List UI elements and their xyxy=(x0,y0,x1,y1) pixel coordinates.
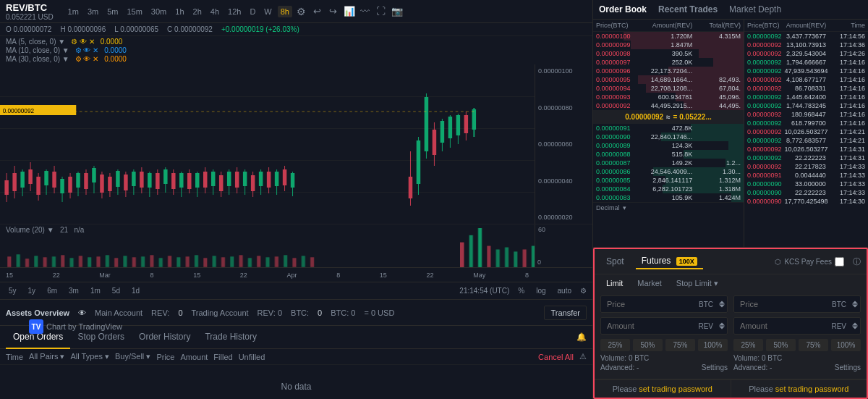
eye-icon[interactable]: 👁 xyxy=(78,308,86,317)
market-tab[interactable]: Market xyxy=(631,277,668,290)
notification-bell-icon[interactable]: 🔔 xyxy=(576,332,587,342)
svg-rect-108 xyxy=(123,256,127,267)
orders-section: Open Orders Stop Orders Order History Tr… xyxy=(0,325,592,399)
buy-row-6[interactable]: 0.00000086 24,546.4009... 1.30... xyxy=(593,167,744,176)
svg-rect-117 xyxy=(203,258,207,267)
recent-trades-title[interactable]: Recent Trades xyxy=(652,0,723,19)
types-filter[interactable]: All Types ▾ xyxy=(70,352,109,361)
sell-row-2[interactable]: 0.00000099 1.847M xyxy=(593,41,744,49)
svg-rect-131 xyxy=(469,235,473,267)
buy-amount-currency: REV xyxy=(698,322,713,330)
buy-row-5[interactable]: 0.00000087 149.2K 1.2... xyxy=(593,159,744,167)
ma30-indicator-icons[interactable]: ⚙ 👁 ✕ xyxy=(75,55,99,63)
tf-12h[interactable]: 12h xyxy=(225,6,244,17)
sell-row-8[interactable]: 0.00000093 600.934781 45,096. xyxy=(593,93,744,101)
tf-1h[interactable]: 1h xyxy=(172,6,187,17)
sell-row-7[interactable]: 0.00000094 22,708.1208... 67,804. xyxy=(593,84,744,93)
buy-row-4[interactable]: 0.00000088 515.8K xyxy=(593,150,744,159)
buy-row-8[interactable]: 0.00000084 6,282.101723 1.318M xyxy=(593,185,744,193)
tf-5y[interactable]: 5y xyxy=(6,286,20,295)
chart-settings-gear[interactable]: ⚙ xyxy=(580,287,587,295)
limit-tab[interactable]: Limit xyxy=(600,277,629,290)
tab-order-history[interactable]: Order History xyxy=(132,326,197,349)
undo-icon[interactable]: ↩ xyxy=(311,5,324,18)
tf-5d[interactable]: 5d xyxy=(109,286,123,295)
buy-row-2[interactable]: 0.00000090 22,840.1746... xyxy=(593,133,744,141)
pairs-filter[interactable]: All Pairs ▾ xyxy=(29,352,64,361)
settings-icon[interactable]: ⚙ xyxy=(295,5,308,18)
ma5-indicator-icons[interactable]: ⚙ 👁 ✕ xyxy=(71,38,95,46)
sell-row-3[interactable]: 0.00000098 390.5K xyxy=(593,49,744,58)
tf-1m[interactable]: 1m xyxy=(65,6,82,17)
rt-row-15: 0.00000092 22.222223 17:14:31 xyxy=(744,154,868,162)
auto-btn[interactable]: auto xyxy=(555,286,574,295)
redo-icon[interactable]: ↪ xyxy=(327,5,340,18)
tf-d[interactable]: D xyxy=(247,6,258,17)
buy-amount-up[interactable] xyxy=(719,323,725,326)
tf-3m-bottom[interactable]: 3m xyxy=(66,286,82,295)
chart-type-icon[interactable]: 📊 xyxy=(343,5,356,18)
fullscreen-icon[interactable]: ⛶ xyxy=(375,5,388,18)
transfer-button[interactable]: Transfer xyxy=(544,306,587,320)
sell-price-up[interactable] xyxy=(852,301,858,304)
buy-amount-down[interactable] xyxy=(719,327,725,329)
sell-50-pct[interactable]: 50% xyxy=(766,339,796,351)
tf-5m[interactable]: 5m xyxy=(104,6,121,17)
sell-price-down[interactable] xyxy=(852,305,858,308)
buy-25-pct[interactable]: 25% xyxy=(600,339,630,351)
svg-rect-15 xyxy=(60,179,64,193)
buy-price-down[interactable] xyxy=(719,305,725,308)
tf-6m[interactable]: 6m xyxy=(44,286,60,295)
tf-30m[interactable]: 30m xyxy=(148,6,169,17)
buy-row-9[interactable]: 0.00000083 105.9K 1.424M xyxy=(593,193,744,202)
tf-3m[interactable]: 3m xyxy=(85,6,101,17)
stop-limit-tab[interactable]: Stop Limit ▾ xyxy=(671,277,724,290)
tf-15m[interactable]: 15m xyxy=(124,6,145,17)
sell-set-password-link[interactable]: set trading password xyxy=(775,385,849,393)
buy-75-pct[interactable]: 75% xyxy=(665,339,695,351)
sell-25-pct[interactable]: 25% xyxy=(733,339,763,351)
cancel-all-button[interactable]: Cancel All xyxy=(538,353,574,361)
buy-row-1[interactable]: 0.00000091 472.8K xyxy=(593,124,744,133)
sell-amount-down[interactable] xyxy=(852,327,858,329)
tf-8h[interactable]: 8h xyxy=(278,6,292,17)
trading-form-settings[interactable]: ⓘ xyxy=(853,256,861,267)
svg-rect-101 xyxy=(61,255,64,267)
sell-row-9[interactable]: 0.00000092 44,495.2915... 44,495. xyxy=(593,101,744,110)
kcs-fees-checkbox[interactable] xyxy=(835,257,844,266)
buy-row-3[interactable]: 0.00000089 124.3K xyxy=(593,141,744,150)
sell-row-1[interactable]: 0.00000100 1.720M 4.315M xyxy=(593,32,744,41)
sell-75-pct[interactable]: 75% xyxy=(799,339,828,351)
sell-100-pct[interactable]: 100% xyxy=(831,339,861,351)
tf-1d[interactable]: 1d xyxy=(129,286,142,295)
tf-2h[interactable]: 2h xyxy=(190,6,205,17)
market-depth-title[interactable]: Market Depth xyxy=(723,0,787,19)
futures-tab[interactable]: Futures 100X xyxy=(636,253,703,269)
tf-w[interactable]: W xyxy=(261,6,274,17)
tf-4h[interactable]: 4h xyxy=(208,6,222,17)
svg-rect-69 xyxy=(275,172,278,186)
decimal-selector[interactable]: Decimal ▾ xyxy=(593,202,744,213)
log-btn[interactable]: log xyxy=(533,286,548,295)
sell-amount-up[interactable] xyxy=(852,323,858,326)
decimal-icon[interactable]: ▾ xyxy=(623,204,626,211)
buy-50-pct[interactable]: 50% xyxy=(633,339,663,351)
sell-row-5[interactable]: 0.00000096 22,173.7204... xyxy=(593,67,744,75)
buy-100-pct[interactable]: 100% xyxy=(698,339,728,351)
indicator-icon[interactable]: 〰 xyxy=(359,5,372,18)
spot-tab[interactable]: Spot xyxy=(600,254,630,269)
buy-settings-link[interactable]: Settings xyxy=(702,364,728,371)
camera-icon[interactable]: 📷 xyxy=(391,5,404,18)
tf-1m-bottom[interactable]: 1m xyxy=(88,286,103,295)
ma10-indicator-icons[interactable]: ⚙ 👁 ✕ xyxy=(75,46,99,54)
percent-btn[interactable]: % xyxy=(515,286,527,295)
sell-settings-link[interactable]: Settings xyxy=(835,364,861,371)
sell-row-4[interactable]: 0.00000097 252.0K xyxy=(593,58,744,67)
buy-row-7[interactable]: 0.00000085 2,846.141117 1.312M xyxy=(593,176,744,185)
tf-1y[interactable]: 1y xyxy=(25,286,39,295)
tab-trade-history[interactable]: Trade History xyxy=(197,326,264,349)
sell-row-6[interactable]: 0.00000095 14,689.1664... 82,493. xyxy=(593,75,744,84)
buy-set-password-link[interactable]: set trading password xyxy=(639,385,712,393)
buysell-filter[interactable]: Buy/Sell ▾ xyxy=(115,352,150,361)
buy-price-up[interactable] xyxy=(719,301,725,304)
